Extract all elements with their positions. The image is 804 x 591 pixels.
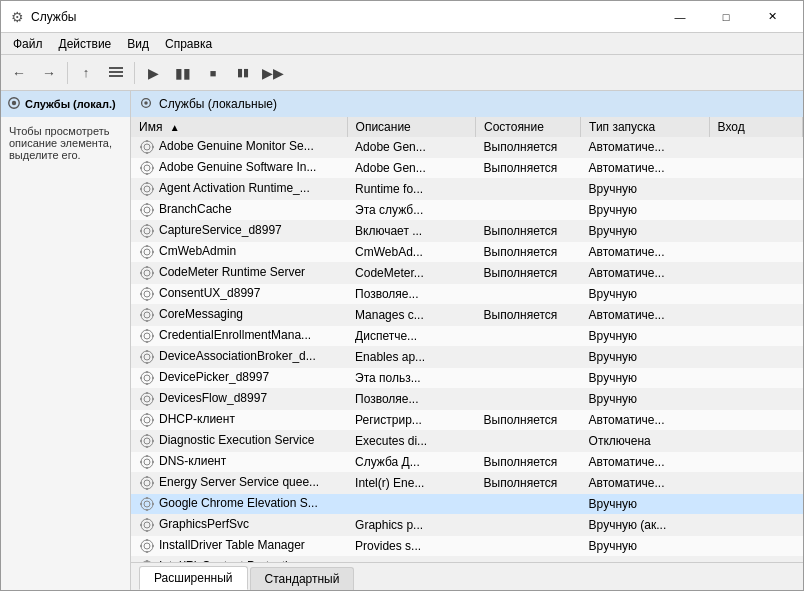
table-row[interactable]: DNS-клиент Служба Д... Выполняется Автом… [131,452,803,473]
toolbar-restart[interactable]: ▮▮ [229,59,257,87]
toolbar-play[interactable]: ▶ [139,59,167,87]
service-icon [139,412,155,428]
toolbar-up[interactable]: ↑ [72,59,100,87]
service-startup: Автоматиче... [581,263,709,284]
svg-point-81 [146,392,148,394]
sidebar-icon [7,96,21,112]
toolbar-stop[interactable]: ■ [199,59,227,87]
panel-header-title: Службы (локальные) [159,97,277,111]
svg-point-43 [141,267,153,279]
service-icon [139,307,155,323]
service-logon [709,158,802,179]
table-row[interactable]: Energy Server Service quee... Intel(r) E… [131,473,803,494]
service-logon [709,326,802,347]
svg-point-22 [146,194,148,196]
service-icon [139,496,155,512]
service-icon [139,328,155,344]
col-header-name[interactable]: Имя ▲ [131,117,347,137]
service-name: InstallDriver Table Manager [131,536,347,557]
svg-point-18 [152,167,154,169]
svg-point-102 [152,461,154,463]
maximize-button[interactable]: □ [703,1,749,33]
svg-point-68 [144,354,150,360]
service-status [476,326,581,347]
service-desc: Эта польз... [347,368,475,389]
col-header-desc[interactable]: Описание [347,117,475,137]
menu-help[interactable]: Справка [157,35,220,53]
menu-action[interactable]: Действие [51,35,120,53]
service-logon [709,347,802,368]
svg-point-74 [144,375,150,381]
table-row[interactable]: Adobe Genuine Software In... Adobe Gen..… [131,158,803,179]
table-row[interactable]: DeviceAssociationBroker_d... Enables ap.… [131,347,803,368]
table-row[interactable]: CredentialEnrollmentMana... Диспетче... … [131,326,803,347]
table-row[interactable]: CaptureService_d8997 Включает ... Выполн… [131,221,803,242]
svg-point-119 [140,524,142,526]
toolbar-forward[interactable]: → [35,59,63,87]
table-row[interactable]: DevicesFlow_d8997 Позволяе... Вручную [131,389,803,410]
service-startup: Вручную [581,536,709,557]
table-row[interactable]: InstallDriver Table Manager Provides s..… [131,536,803,557]
service-startup: Автоматиче... [581,137,709,158]
svg-point-97 [141,456,153,468]
table-row[interactable]: Agent Activation Runtime_... Runtime fo.… [131,179,803,200]
toolbar-back[interactable]: ← [5,59,33,87]
service-startup: Вручную [581,389,709,410]
service-name: CodeMeter Runtime Server [131,263,347,284]
svg-point-93 [146,434,148,436]
col-header-status[interactable]: Состояние [476,117,581,137]
table-row[interactable]: DevicePicker_d8997 Эта польз... Вручную [131,368,803,389]
toolbar-next[interactable]: ▶▶ [259,59,287,87]
svg-point-125 [140,545,142,547]
tab-extended[interactable]: Расширенный [139,566,248,590]
table-row[interactable]: CodeMeter Runtime Server CodeMeter... Вы… [131,263,803,284]
col-header-startup[interactable]: Тип запуска [581,117,709,137]
col-header-logon[interactable]: Вход [709,117,802,137]
svg-point-106 [146,488,148,490]
toolbar-pause[interactable]: ▮▮ [169,59,197,87]
table-row[interactable]: DHCP-клиент Регистрир... Выполняется Авт… [131,410,803,431]
table-row[interactable]: BranchCache Эта служб... Вручную [131,200,803,221]
service-desc: Enables ap... [347,347,475,368]
main-content: Службы (локал.) Чтобы просмотреть описан… [1,91,803,590]
svg-point-101 [140,461,142,463]
table-row[interactable]: CmWebAdmin CmWebAd... Выполняется Автома… [131,242,803,263]
menu-file[interactable]: Файл [5,35,51,53]
service-name: Adobe Genuine Monitor Se... [131,137,347,158]
service-logon [709,389,802,410]
table-row[interactable]: CoreMessaging Manages c... Выполняется А… [131,305,803,326]
service-startup: Вручную [581,284,709,305]
service-logon [709,284,802,305]
svg-point-37 [141,246,153,258]
menu-view[interactable]: Вид [119,35,157,53]
svg-point-51 [146,287,148,289]
table-row[interactable]: ConsentUX_d8997 Позволяе... Вручную [131,284,803,305]
svg-point-123 [146,539,148,541]
close-button[interactable]: ✕ [749,1,795,33]
svg-point-24 [152,188,154,190]
svg-point-117 [146,518,148,520]
toolbar-show-hide[interactable] [102,59,130,87]
service-icon [139,454,155,470]
svg-point-65 [140,335,142,337]
service-startup: Отключена [581,431,709,452]
service-name: CoreMessaging [131,305,347,326]
svg-point-46 [146,278,148,280]
service-startup: Автоматиче... [581,452,709,473]
service-icon [139,139,155,155]
table-row[interactable]: Google Chrome Elevation S... Вручную [131,494,803,515]
svg-point-12 [152,146,154,148]
svg-point-16 [146,173,148,175]
table-row[interactable]: Diagnostic Execution Service Executes di… [131,431,803,452]
svg-point-103 [141,477,153,489]
minimize-button[interactable]: — [657,1,703,33]
services-table: Имя ▲ Описание Состояние Тип запуска Вхо… [131,117,803,562]
service-logon [709,431,802,452]
table-row[interactable]: GraphicsPerfSvc Graphics p... Вручную (а… [131,515,803,536]
table-row[interactable]: Adobe Genuine Monitor Se... Adobe Gen...… [131,137,803,158]
tab-standard[interactable]: Стандартный [250,567,355,590]
svg-point-48 [152,272,154,274]
services-table-container[interactable]: Имя ▲ Описание Состояние Тип запуска Вхо… [131,117,803,562]
service-logon [709,305,802,326]
service-startup: Автоматиче... [581,242,709,263]
